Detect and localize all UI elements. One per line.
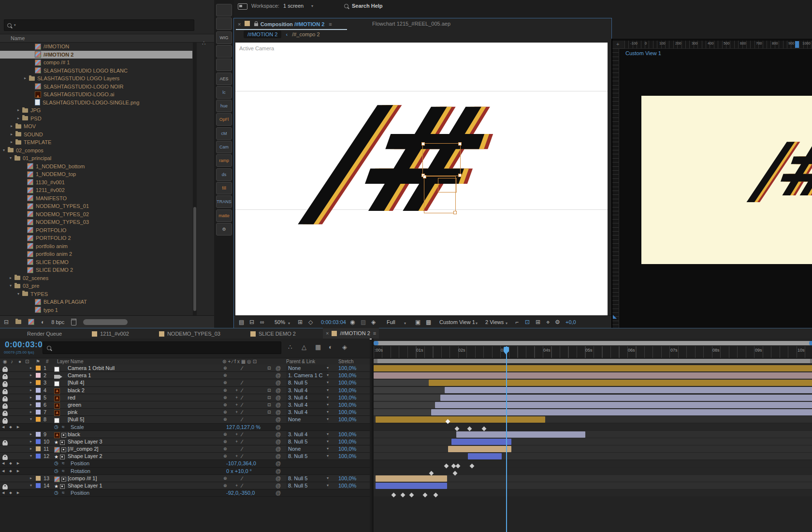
project-tree-item[interactable]: BLABLA PLAGIAT: [0, 298, 192, 306]
row-name[interactable]: red: [68, 394, 75, 401]
timeline-row[interactable]: ▸ 3 [Null 4] ⊛ ∕: [0, 379, 370, 386]
pickwhip-icon[interactable]: @: [276, 372, 281, 379]
project-tree-item[interactable]: ▾ TYPES: [0, 290, 192, 298]
quality-switch-icon[interactable]: ∕: [242, 482, 243, 489]
quality-switch-icon[interactable]: ∕: [242, 445, 243, 452]
layer-label-color[interactable]: [36, 476, 41, 481]
folder-expand-icon[interactable]: ▾: [10, 154, 14, 163]
collapse-switch-icon[interactable]: +: [235, 431, 238, 438]
pickwhip-icon[interactable]: @: [276, 475, 281, 482]
collapse-switch-icon[interactable]: +: [235, 453, 238, 459]
pickwhip-icon[interactable]: @: [276, 401, 281, 408]
search-caret-icon[interactable]: ▾: [14, 23, 16, 27]
collapse-switch-icon[interactable]: +: [235, 394, 238, 401]
expand-arrow-icon[interactable]: ▸: [30, 409, 32, 415]
crumb-current-comp[interactable]: /#MOTION 2: [244, 30, 281, 38]
stopwatch-icon[interactable]: ◷: [54, 460, 58, 467]
expand-arrow-icon[interactable]: ▸: [30, 394, 32, 401]
layer-duration-bar[interactable]: [376, 416, 545, 423]
close-tab-icon[interactable]: ×: [238, 21, 241, 27]
timeline-row[interactable]: ◀ ◆ ▶ ◷ ≈ Position -107,0,364,0 @: [0, 460, 370, 467]
tool-strip-button[interactable]: [216, 4, 232, 16]
quality-switch-icon[interactable]: ∕: [242, 416, 243, 423]
expand-arrow-icon[interactable]: ▸: [30, 387, 32, 394]
quality-switch-icon[interactable]: ∕: [242, 409, 243, 415]
project-tree-item[interactable]: compo /# 1: [0, 59, 192, 67]
layer-duration-bar[interactable]: [374, 409, 431, 415]
parent-caret-icon[interactable]: ▾: [327, 445, 329, 452]
expand-arrow-icon[interactable]: ▾: [30, 416, 32, 423]
expand-arrow-icon[interactable]: ▸: [30, 372, 32, 379]
parent-caret-icon[interactable]: ▾: [327, 482, 329, 489]
project-tree-item[interactable]: ▾ 02_compos: [0, 147, 192, 155]
parent-caret-icon[interactable]: ▾: [327, 416, 329, 423]
expand-arrow-icon[interactable]: ▸: [30, 445, 32, 452]
parent-link-select[interactable]: None: [286, 416, 328, 423]
folder-expand-icon[interactable]: ▸: [24, 74, 29, 83]
layer-label-color[interactable]: [36, 380, 41, 385]
timeline-tab[interactable]: NODEMO_TYPES_03: [156, 328, 223, 339]
project-tree-item[interactable]: 1130_#v001: [0, 178, 192, 187]
folder-expand-icon[interactable]: ▸: [17, 115, 22, 123]
exposure-gear-icon[interactable]: ⚙: [555, 319, 560, 325]
mask-visibility-icon[interactable]: ◇: [308, 319, 313, 325]
tool-strip-button[interactable]: Cam: [216, 141, 232, 153]
parent-link-select[interactable]: None: [286, 445, 328, 452]
shy-switch-icon[interactable]: ⊛: [223, 438, 227, 445]
grid-guides-icon[interactable]: ⊞: [298, 319, 303, 325]
timeline-row[interactable]: ▸ 13 [compo /# 1] ⊛ ∕: [0, 475, 370, 482]
pickwhip-icon[interactable]: @: [276, 460, 281, 467]
timeline-row[interactable]: ◀ ◆ ▶ ◷ ≈ Rotation 0 x +10,0 ° @: [0, 468, 370, 475]
motion-blur-icon[interactable]: ◐: [329, 343, 333, 351]
stretch-value[interactable]: 100,0%: [338, 365, 356, 371]
pickwhip-icon[interactable]: @: [276, 394, 281, 401]
view-grid-icon[interactable]: ⊞: [536, 319, 540, 325]
project-tree-item[interactable]: PORTFOLIO 2: [0, 234, 192, 242]
resolution-caret-icon[interactable]: ▾: [404, 320, 406, 327]
layer-label-color[interactable]: [36, 402, 41, 407]
project-tree-item[interactable]: MANIFESTO: [0, 194, 192, 203]
region-of-interest-icon[interactable]: ▣: [415, 319, 420, 325]
project-tree-item[interactable]: ▸ JPG: [0, 106, 192, 115]
layer-duration-bar[interactable]: [431, 409, 812, 415]
transparency-grid-icon[interactable]: ▩: [426, 319, 431, 325]
expand-arrow-icon[interactable]: ▸: [30, 401, 32, 408]
layer-label-color[interactable]: [36, 395, 41, 400]
project-tree-item[interactable]: 1_NODEMO_top: [0, 170, 192, 178]
magnification-caret-icon[interactable]: ▾: [288, 320, 290, 327]
crumb-parent-comp[interactable]: /#_compo 2: [292, 31, 319, 37]
parent-caret-icon[interactable]: ▾: [327, 379, 329, 386]
project-flowchart-icon[interactable]: ∴: [202, 40, 206, 46]
project-tree-item[interactable]: 1211_#v002: [0, 186, 192, 194]
parent-link-select[interactable]: 3. Null 4: [286, 431, 328, 438]
keyframe-navigator-icons[interactable]: ◀ ◆ ▶: [2, 468, 26, 474]
pickwhip-icon[interactable]: @: [276, 468, 281, 474]
project-tree-item[interactable]: portfolio anim 2: [0, 250, 192, 258]
pickwhip-icon[interactable]: @: [276, 365, 281, 371]
shy-switch-icon[interactable]: ⊛: [223, 431, 227, 438]
folder-expand-icon[interactable]: ▸: [10, 274, 14, 282]
timeline-row[interactable]: ▸ 6 green ⊛ + ∕ ⊡: [0, 401, 370, 409]
pickwhip-icon[interactable]: @: [276, 416, 281, 423]
stretch-value[interactable]: 100,0%: [338, 394, 356, 401]
project-tree-item[interactable]: ▾ 03_pre: [0, 282, 192, 290]
layer-duration-bar[interactable]: [445, 387, 812, 393]
current-time-button[interactable]: 0:00:03:04: [321, 319, 346, 325]
layer-duration-bar[interactable]: [374, 387, 445, 393]
pickwhip-icon[interactable]: @: [276, 431, 281, 438]
pickwhip-icon[interactable]: @: [276, 379, 281, 386]
stretch-value[interactable]: 100,0%: [338, 372, 356, 379]
vertical-ruler[interactable]: [612, 48, 619, 328]
shy-switch-icon[interactable]: ⊛: [223, 387, 227, 394]
property-value[interactable]: -107,0,364,0: [226, 460, 256, 467]
folder-expand-icon[interactable]: ▾: [3, 147, 8, 155]
magnification-select[interactable]: 50%: [275, 319, 285, 325]
draft-3d-icon[interactable]: △: [302, 343, 306, 351]
stretch-value[interactable]: 100,0%: [338, 453, 356, 459]
project-tree-item[interactable]: NODEMO_TYPES_01: [0, 202, 192, 210]
tool-strip-button[interactable]: matte: [216, 209, 232, 222]
display-icon[interactable]: ⊟: [249, 319, 254, 325]
project-tree-item[interactable]: NODEMO_TYPES_03: [0, 218, 192, 226]
parent-link-select[interactable]: 3. Null 4: [286, 394, 328, 401]
3d-switch-icon[interactable]: ⊡: [267, 387, 271, 394]
